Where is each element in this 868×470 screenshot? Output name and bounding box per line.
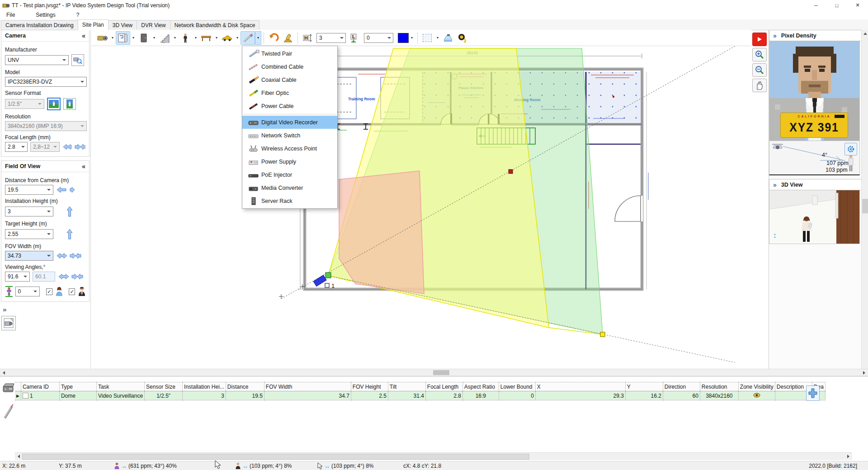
col-installation-height[interactable]: Installation Hei... <box>183 382 226 391</box>
door-caret[interactable]: ▾ <box>151 31 157 45</box>
tab-network-bandwidth[interactable]: Network Bandwidth & Disk Space <box>170 20 260 30</box>
person-offset-select[interactable]: 0 <box>15 287 40 296</box>
projection-button[interactable] <box>441 31 455 45</box>
cell-type[interactable]: Dome <box>59 391 96 400</box>
sidebar-expander[interactable]: » <box>3 306 6 313</box>
col-direction[interactable]: Direction <box>663 382 700 391</box>
cell-fov-height[interactable]: 2.5 <box>351 391 388 400</box>
cell-x[interactable]: 29.3 <box>535 391 625 400</box>
camera-document-button[interactable] <box>1 316 16 330</box>
col-aspect-ratio[interactable]: Aspect Ratio <box>462 382 499 391</box>
cell-y[interactable]: 16.2 <box>625 391 663 400</box>
menu-settings[interactable]: Settings <box>29 12 61 18</box>
add-table-button[interactable] <box>199 31 213 45</box>
measure-tape-button[interactable] <box>455 31 470 45</box>
orientation-portrait-button[interactable] <box>63 98 76 110</box>
col-distance[interactable]: Distance <box>226 382 264 391</box>
cell-camera-id[interactable]: 1 <box>21 391 59 400</box>
tab-camera-installation-drawing[interactable]: Camera Installation Drawing <box>1 20 78 30</box>
angle-h-select[interactable]: 91.6 <box>5 272 30 282</box>
minimize-button[interactable]: ─ <box>806 0 826 10</box>
cell-distance[interactable]: 19.5 <box>226 391 264 400</box>
height-value-select[interactable]: 3 <box>316 33 346 43</box>
menu-item-poe-injector[interactable]: PoE Injector <box>242 168 337 181</box>
cell-focal-length[interactable]: 2.8 <box>425 391 462 400</box>
installation-height-select[interactable]: 3 <box>5 207 53 216</box>
menu-item-power-supply[interactable]: Power Supply <box>242 155 337 168</box>
close-button[interactable]: ✕ <box>847 0 868 10</box>
scroll-left-arrow[interactable] <box>0 369 8 376</box>
col-zone-visibility[interactable]: Zone Visibility <box>738 382 775 391</box>
undo-button[interactable] <box>266 31 281 45</box>
table-scroll-thumb[interactable] <box>22 454 529 460</box>
focal-length-select[interactable]: 2.8 <box>5 142 28 152</box>
col-y[interactable]: Y <box>625 382 663 391</box>
selection-marquee-button[interactable] <box>420 31 434 45</box>
tab-site-plan[interactable]: Site Plan <box>78 19 108 30</box>
cell-resolution[interactable]: 3840x2160 <box>700 391 738 400</box>
cell-task[interactable]: Video Surveillance <box>96 391 144 400</box>
fov-distance-handle[interactable] <box>600 332 605 337</box>
pan-button[interactable] <box>752 79 767 92</box>
fov-width-narrow-arrows[interactable] <box>70 252 81 259</box>
angles-widen-arrow[interactable] <box>58 273 69 280</box>
level-tool-button[interactable]: L <box>348 31 362 45</box>
add-door-button[interactable] <box>137 31 151 45</box>
direction-handle[interactable] <box>509 169 513 174</box>
height-tool-button[interactable]: H <box>300 31 315 45</box>
col-type[interactable]: Type <box>59 382 96 391</box>
fov-width-select[interactable]: 34.73 <box>5 251 53 261</box>
level-value-select[interactable]: 0 <box>364 33 393 43</box>
focal-widen-arrow[interactable] <box>62 143 72 150</box>
menu-item-wireless-ap[interactable]: Wireless Access Point <box>242 142 337 155</box>
menu-item-media-converter[interactable]: Media Converter <box>242 181 337 194</box>
col-task[interactable]: Task <box>96 382 144 391</box>
col-tilt[interactable]: Tilt <box>388 382 425 391</box>
marquee-caret[interactable]: ▾ <box>434 31 441 45</box>
table-scroll-right-arrow[interactable] <box>844 453 852 460</box>
col-resolution[interactable]: Resolution <box>700 382 738 391</box>
cable-tool-button[interactable] <box>241 31 255 45</box>
manufacturer-select[interactable]: UNV <box>5 55 69 65</box>
table-scroll-left-arrow[interactable] <box>15 453 23 460</box>
canvas-h-scrollbar[interactable] <box>0 369 868 376</box>
col-sensor-size[interactable]: Sensor Size <box>145 382 183 391</box>
vertical-scrollbar[interactable] <box>861 30 868 369</box>
color-caret[interactable]: ▾ <box>409 31 415 45</box>
canvas-scroll-thumb[interactable] <box>433 370 449 375</box>
show-man-checkbox[interactable]: ✓ <box>69 288 75 295</box>
vertical-scroll-thumb[interactable] <box>862 199 868 213</box>
menu-item-server-rack[interactable]: Server Rack <box>242 194 337 207</box>
cell-zone-visibility[interactable] <box>738 391 775 400</box>
cell-lower-bound[interactable]: 0 <box>499 391 535 400</box>
floorplan-caret[interactable]: ▾ <box>130 31 137 45</box>
cell-aspect-ratio[interactable]: 16:9 <box>462 391 499 400</box>
scroll-right-arrow[interactable] <box>860 369 868 376</box>
cable-tool-caret[interactable]: ▾ <box>255 31 261 45</box>
col-camera-id[interactable]: Camera ID <box>21 382 59 391</box>
menu-item-coaxial-cable[interactable]: Coaxial Cable <box>242 73 337 86</box>
orientation-landscape-button[interactable] <box>47 98 61 110</box>
cell-sensor-size[interactable]: 1/2.5" <box>145 391 183 400</box>
col-fov-width[interactable]: FOV Width <box>264 382 351 391</box>
menu-item-twisted-pair[interactable]: Twisted Pair <box>242 47 337 60</box>
cable-list-button[interactable] <box>3 404 14 421</box>
col-fov-height[interactable]: FOV Height <box>351 382 388 391</box>
show-woman-checkbox[interactable]: ✓ <box>46 288 52 295</box>
menu-item-fiber-optic[interactable]: Fiber Optic <box>242 86 337 99</box>
zoom-in-button[interactable] <box>752 48 767 61</box>
distance-select[interactable]: 19.5 <box>5 185 53 195</box>
cell-direction[interactable]: 60 <box>663 391 700 400</box>
camera-search-button[interactable] <box>71 54 84 66</box>
table-caret[interactable]: ▾ <box>213 31 220 45</box>
fov-collapse-icon[interactable]: « <box>82 163 85 170</box>
target-up-arrow[interactable] <box>66 228 73 240</box>
col-focal-length[interactable]: Focal Length <box>425 382 462 391</box>
cell-fov-width[interactable]: 34.7 <box>264 391 351 400</box>
add-row-button[interactable] <box>806 385 820 401</box>
cell-installation-height[interactable]: 3 <box>183 391 226 400</box>
pixel-density-settings-button[interactable] <box>844 143 857 155</box>
menu-item-network-switch[interactable]: Network Switch <box>242 129 337 142</box>
floorplan-button[interactable] <box>116 31 130 45</box>
add-camera-button[interactable] <box>95 31 109 45</box>
